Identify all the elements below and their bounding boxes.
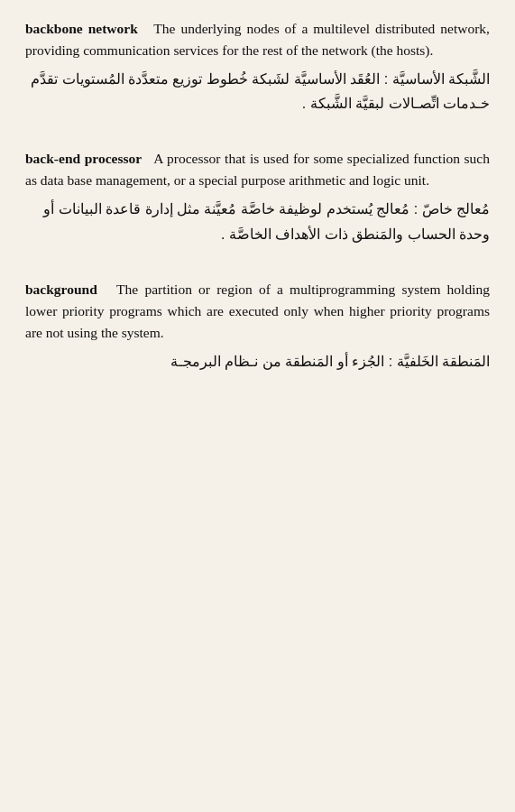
- entry-background: background The partition or region of a …: [25, 279, 490, 374]
- entry-backbone-term: backbone network: [25, 21, 138, 36]
- entry-backend-processor-english: back-end processor A processor that is u…: [25, 148, 490, 191]
- entry-backbone-arabic: الشَّبكة الأساسيَّة : العُقَد الأساسيَّة…: [25, 67, 490, 115]
- entry-backend-processor-term: back-end processor: [25, 151, 142, 166]
- entry-background-term: background: [25, 281, 97, 297]
- divider-1: [25, 132, 490, 148]
- entry-background-english: background The partition or region of a …: [25, 279, 490, 344]
- dictionary-page: backbone network The underlying nodes of…: [25, 18, 490, 374]
- entry-backend-processor-arabic: مُعالج خاصّ : مُعالج يُستخدم لوظيفة خاصَ…: [25, 197, 490, 245]
- entry-backbone-english: backbone network The underlying nodes of…: [25, 18, 490, 61]
- entry-backend-processor: back-end processor A processor that is u…: [25, 148, 490, 245]
- entry-backbone: backbone network The underlying nodes of…: [25, 18, 490, 115]
- divider-2: [25, 263, 490, 279]
- entry-background-arabic: المَنطقة الخَلفيَّة : الجُزء أو المَنطقة…: [25, 349, 490, 374]
